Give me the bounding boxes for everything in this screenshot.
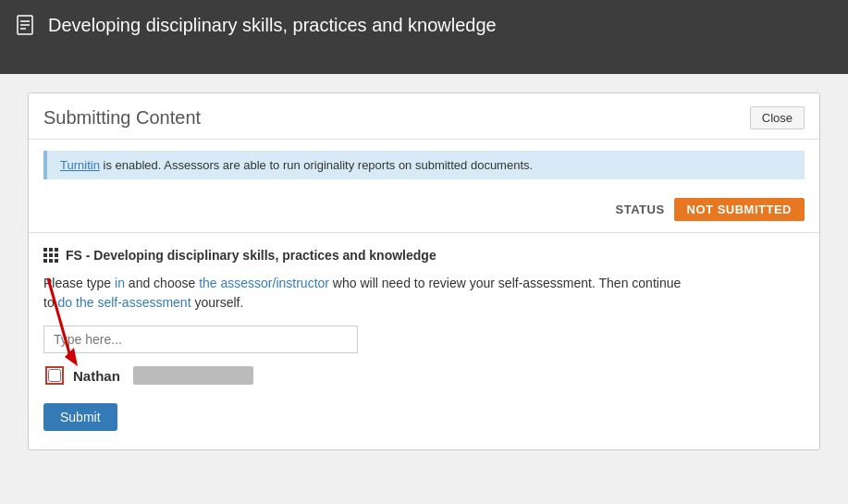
grid-icon [43,248,58,263]
user-name: Nathan [73,368,120,384]
page-header: Developing disciplinary skills, practice… [0,0,848,74]
search-input[interactable] [43,326,358,353]
content-section: FS - Developing disciplinary skills, pra… [29,233,819,449]
page-title: Developing disciplinary skills, practice… [48,13,497,37]
turnitin-link[interactable]: Turnitin [60,158,100,172]
checkbox-wrapper [45,366,64,385]
section-heading: FS - Developing disciplinary skills, pra… [43,248,805,263]
card-title: Submitting Content [43,107,201,129]
close-button[interactable]: Close [750,106,805,129]
highlight-do: do the self-assessment [58,295,191,310]
turnitin-banner: Turnitin is enabled. Assessors are able … [43,151,805,179]
main-area: Submitting Content Close Turnitin is ena… [0,74,848,504]
user-checkbox-row: Nathan [45,366,805,385]
user-checkbox[interactable] [48,369,61,382]
banner-message: is enabled. Assessors are able to run or… [100,158,533,172]
card-header: Submitting Content Close [29,93,819,140]
document-icon [17,15,37,40]
user-blurred-info [133,366,253,385]
highlight-in: in [115,276,125,290]
status-label: STATUS [616,203,665,216]
status-row: STATUS NOT SUBMITTED [29,191,819,232]
instruction-text: Please type in and choose the assessor/i… [43,274,691,313]
status-badge: NOT SUBMITTED [674,198,805,221]
submit-card: Submitting Content Close Turnitin is ena… [28,92,820,450]
section-title: FS - Developing disciplinary skills, pra… [66,248,436,263]
highlight-assessor: the assessor/instructor [199,276,329,290]
submit-button[interactable]: Submit [43,403,117,431]
